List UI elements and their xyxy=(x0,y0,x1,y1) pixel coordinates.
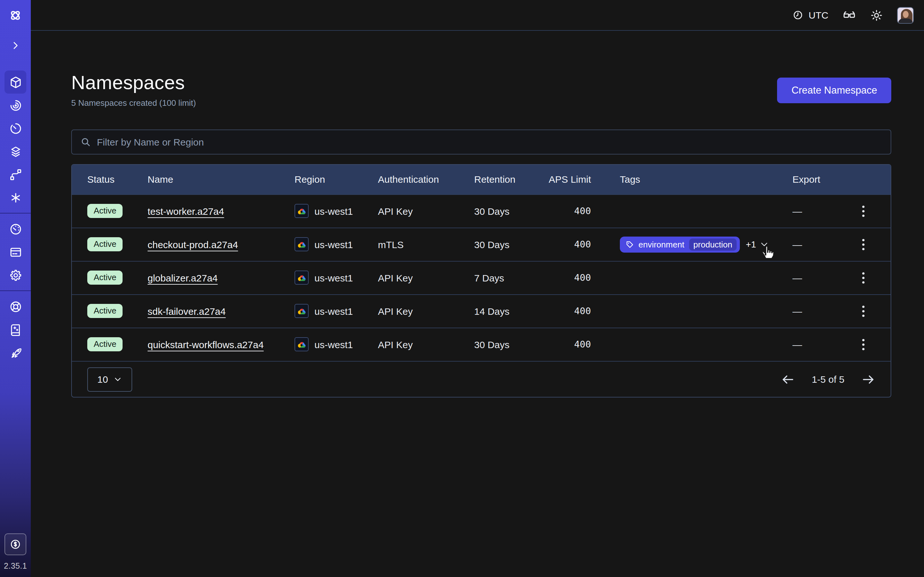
google-cloud-icon xyxy=(294,204,309,218)
previous-page-button[interactable] xyxy=(781,372,795,386)
chevron-down-icon xyxy=(114,375,122,384)
sidebar-item-usage[interactable] xyxy=(5,218,26,240)
namespace-link[interactable]: test-worker.a27a4 xyxy=(148,205,224,216)
status-badge: Active xyxy=(87,237,123,251)
tags-cell xyxy=(603,261,792,294)
tag-icon xyxy=(626,240,634,248)
col-region: Region xyxy=(294,165,378,194)
kebab-icon xyxy=(862,338,865,351)
sidebar-item-deployments[interactable] xyxy=(5,140,26,163)
sidebar-item-namespaces[interactable] xyxy=(5,71,26,93)
google-cloud-icon xyxy=(294,304,309,318)
sidebar-item-schedules[interactable] xyxy=(5,117,26,140)
life-ring-icon xyxy=(9,300,22,313)
tags-cell: environment production +1 xyxy=(620,236,792,252)
row-menu-button[interactable] xyxy=(858,269,869,286)
sidebar-item-asterisk[interactable] xyxy=(5,186,26,209)
sidebar-item-docs[interactable] xyxy=(5,318,26,341)
pagination-range: 1-5 of 5 xyxy=(812,374,845,385)
sidebar-nav xyxy=(0,71,31,364)
avatar-torso xyxy=(898,18,913,23)
gear-icon xyxy=(9,268,22,282)
timer-icon xyxy=(9,121,22,135)
export-value: — xyxy=(792,239,802,250)
namespace-link[interactable]: checkout-prod.a27a4 xyxy=(148,239,238,250)
user-avatar[interactable] xyxy=(897,7,914,23)
status-badge: Active xyxy=(87,337,123,351)
sidebar-divider xyxy=(0,213,31,213)
col-export: Export xyxy=(792,165,858,194)
next-page-button[interactable] xyxy=(861,372,875,386)
arrow-left-icon xyxy=(781,372,795,386)
tags-cell xyxy=(603,294,792,327)
sidebar-expand-button[interactable] xyxy=(0,36,31,55)
avatar-face xyxy=(903,11,909,18)
aps-value: 400 xyxy=(545,194,603,227)
layers-icon xyxy=(9,145,22,158)
col-actions xyxy=(858,165,891,194)
main-content: Namespaces 5 Namespaces created (100 lim… xyxy=(31,31,924,577)
filter-input[interactable] xyxy=(97,137,882,147)
pricing-button[interactable] xyxy=(5,533,26,555)
status-badge: Active xyxy=(87,271,123,285)
status-badge: Active xyxy=(87,304,123,318)
sidebar-item-getting-started[interactable] xyxy=(5,341,26,364)
kebab-icon xyxy=(862,238,865,250)
table-header-row: Status Name Region Authentication Retent… xyxy=(72,165,891,194)
cube-icon xyxy=(9,75,22,89)
google-cloud-icon xyxy=(294,237,309,251)
row-menu-button[interactable] xyxy=(858,302,869,319)
tag-value: production xyxy=(689,238,737,250)
book-sparkles-icon xyxy=(9,323,22,336)
namespace-link[interactable]: sdk-failover.a27a4 xyxy=(148,306,226,316)
sidebar-item-billing[interactable] xyxy=(5,240,26,263)
region-label: us-west1 xyxy=(314,205,353,216)
status-badge: Active xyxy=(87,204,123,218)
auth-label: mTLS xyxy=(378,227,474,261)
tags-expand-button[interactable]: +1 xyxy=(746,239,769,250)
export-value: — xyxy=(792,339,802,350)
version-label: 2.35.1 xyxy=(4,562,27,571)
namespace-link[interactable]: quickstart-workflows.a27a4 xyxy=(148,339,264,350)
retention-label: 30 Days xyxy=(474,194,545,227)
sidebar-divider xyxy=(0,290,31,291)
row-menu-button[interactable] xyxy=(858,235,869,253)
accessibility-button[interactable] xyxy=(843,8,856,22)
retention-label: 30 Days xyxy=(474,327,545,361)
table-row: Active checkout-prod.a27a4 xyxy=(72,227,891,261)
sidebar-item-settings[interactable] xyxy=(5,263,26,287)
timezone-label: UTC xyxy=(809,10,829,21)
clock-icon xyxy=(792,10,803,21)
topbar: UTC xyxy=(31,0,924,31)
chevron-right-icon xyxy=(10,40,21,51)
auth-label: API Key xyxy=(378,327,474,361)
aps-value: 400 xyxy=(545,227,603,261)
create-namespace-button[interactable]: Create Namespace xyxy=(777,77,891,103)
retention-label: 30 Days xyxy=(474,227,545,261)
sidebar-item-radar[interactable] xyxy=(5,93,26,117)
app-root: 2.35.1 UTC xyxy=(0,0,924,577)
row-menu-button[interactable] xyxy=(858,336,869,353)
timezone-button[interactable]: UTC xyxy=(792,10,829,21)
col-tags: Tags xyxy=(603,165,792,194)
row-menu-button[interactable] xyxy=(858,202,869,219)
namespaces-table: Status Name Region Authentication Retent… xyxy=(71,164,891,398)
page-size-value: 10 xyxy=(97,374,108,385)
region-label: us-west1 xyxy=(314,339,353,350)
glasses-icon xyxy=(843,8,856,22)
region-label: us-west1 xyxy=(314,272,353,283)
tag-pill[interactable]: environment production xyxy=(620,236,740,252)
retention-label: 14 Days xyxy=(474,294,545,327)
tag-key: environment xyxy=(638,239,684,249)
sidebar-item-support[interactable] xyxy=(5,295,26,318)
search-icon xyxy=(80,137,91,147)
sidebar-item-nexus[interactable] xyxy=(5,163,26,186)
page-size-select[interactable]: 10 xyxy=(87,367,132,392)
tags-cell xyxy=(603,194,792,227)
google-cloud-icon xyxy=(294,271,309,285)
asterisk-icon xyxy=(9,191,22,204)
theme-toggle-button[interactable] xyxy=(870,9,883,21)
page-title: Namespaces xyxy=(71,72,196,93)
namespace-link[interactable]: globalizer.a27a4 xyxy=(148,272,218,283)
retention-label: 7 Days xyxy=(474,261,545,294)
